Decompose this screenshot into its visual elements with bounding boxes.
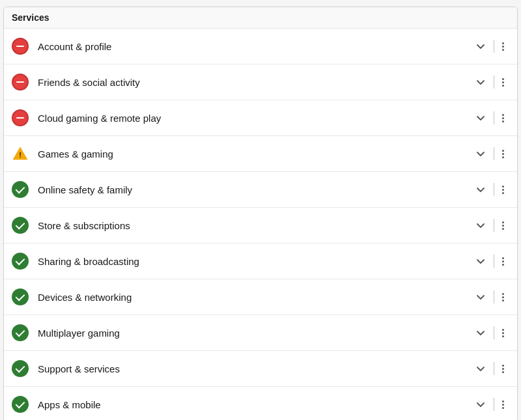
service-actions xyxy=(470,397,509,412)
chevron-down-icon xyxy=(475,184,486,195)
svg-text:!: ! xyxy=(19,151,21,159)
chevron-down-icon xyxy=(475,328,486,338)
service-item-account-profile[interactable]: Account & profile xyxy=(4,29,517,64)
chevron-down-icon xyxy=(475,292,486,302)
more-options-button[interactable] xyxy=(497,40,509,53)
more-options-button[interactable] xyxy=(497,255,509,268)
ok-icon xyxy=(12,396,29,413)
more-dots-icon xyxy=(502,221,504,230)
service-label: Online safety & family xyxy=(38,184,470,195)
more-options-button[interactable] xyxy=(497,147,509,161)
service-item-cloud-gaming[interactable]: Cloud gaming & remote play xyxy=(4,100,517,136)
expand-button[interactable] xyxy=(470,361,491,376)
service-item-online-safety[interactable]: Online safety & family xyxy=(4,172,517,208)
more-options-button[interactable] xyxy=(497,183,509,197)
divider xyxy=(494,326,494,339)
chevron-down-icon xyxy=(475,256,486,266)
more-dots-icon xyxy=(502,329,504,337)
divider xyxy=(494,398,494,411)
more-options-button[interactable] xyxy=(497,111,509,125)
service-label: Support & services xyxy=(38,363,470,374)
expand-button[interactable] xyxy=(470,74,491,90)
blocked-icon xyxy=(12,74,29,91)
expand-button[interactable] xyxy=(470,110,491,126)
more-options-button[interactable] xyxy=(497,398,509,412)
chevron-down-icon xyxy=(475,148,486,159)
service-actions xyxy=(470,146,509,161)
service-item-store-subscriptions[interactable]: Store & subscriptions xyxy=(4,208,517,244)
service-actions xyxy=(470,38,509,54)
more-options-button[interactable] xyxy=(497,76,509,89)
blocked-icon xyxy=(12,38,29,55)
service-label: Account & profile xyxy=(38,41,470,52)
service-actions xyxy=(470,74,509,90)
divider xyxy=(494,255,494,268)
more-options-button[interactable] xyxy=(497,219,509,232)
ok-icon xyxy=(12,360,29,377)
divider xyxy=(494,183,494,196)
blocked-icon xyxy=(12,109,29,126)
service-item-devices-networking[interactable]: Devices & networking xyxy=(4,279,517,315)
service-label: Cloud gaming & remote play xyxy=(38,113,470,124)
chevron-down-icon xyxy=(475,41,486,51)
divider xyxy=(494,362,494,375)
page-title: Services xyxy=(4,7,517,29)
service-label: Store & subscriptions xyxy=(38,220,470,231)
service-actions xyxy=(470,325,509,341)
ok-icon xyxy=(12,217,29,234)
service-item-sharing-broadcasting[interactable]: Sharing & broadcasting xyxy=(4,244,517,279)
service-actions xyxy=(470,361,509,376)
divider xyxy=(494,147,494,160)
chevron-down-icon xyxy=(475,363,486,374)
divider xyxy=(494,76,494,89)
chevron-down-icon xyxy=(475,220,486,231)
service-item-friends-social[interactable]: Friends & social activity xyxy=(4,64,517,100)
service-actions xyxy=(470,217,509,233)
service-item-support-services[interactable]: Support & services xyxy=(4,351,517,387)
expand-button[interactable] xyxy=(470,325,491,341)
more-options-button[interactable] xyxy=(497,362,509,376)
service-actions xyxy=(470,253,509,269)
more-options-button[interactable] xyxy=(497,326,509,340)
more-dots-icon xyxy=(502,42,504,51)
service-item-apps-mobile[interactable]: Apps & mobile xyxy=(4,387,517,420)
service-label: Apps & mobile xyxy=(38,399,470,410)
more-dots-icon xyxy=(502,293,504,301)
more-dots-icon xyxy=(502,78,504,87)
service-actions xyxy=(470,110,509,126)
warning-icon: ! xyxy=(12,145,29,162)
expand-button[interactable] xyxy=(470,397,491,412)
expand-button[interactable] xyxy=(470,182,491,197)
expand-button[interactable] xyxy=(470,289,491,305)
more-options-button[interactable] xyxy=(497,290,509,304)
more-dots-icon xyxy=(502,257,504,266)
expand-button[interactable] xyxy=(470,146,491,161)
divider xyxy=(494,290,494,303)
divider xyxy=(494,40,494,53)
service-label: Sharing & broadcasting xyxy=(38,256,470,267)
more-dots-icon xyxy=(502,150,504,158)
service-actions xyxy=(470,289,509,305)
service-label: Friends & social activity xyxy=(38,77,470,88)
service-label: Devices & networking xyxy=(38,292,470,303)
expand-button[interactable] xyxy=(470,38,491,54)
chevron-down-icon xyxy=(475,77,486,87)
chevron-down-icon xyxy=(475,399,486,410)
expand-button[interactable] xyxy=(470,253,491,269)
more-dots-icon xyxy=(502,365,504,373)
more-dots-icon xyxy=(502,400,504,409)
chevron-down-icon xyxy=(475,113,486,123)
more-dots-icon xyxy=(502,114,504,122)
service-list: Account & profile Friends & xyxy=(4,29,517,420)
service-item-multiplayer-gaming[interactable]: Multiplayer gaming xyxy=(4,315,517,351)
service-actions xyxy=(470,182,509,197)
service-item-games-gaming[interactable]: ! Games & gaming xyxy=(4,136,517,172)
expand-button[interactable] xyxy=(470,217,491,233)
services-container: Services Account & profile xyxy=(3,7,518,420)
ok-icon xyxy=(12,288,29,305)
divider xyxy=(494,219,494,232)
service-label: Multiplayer gaming xyxy=(38,328,470,339)
ok-icon xyxy=(12,324,29,341)
divider xyxy=(494,111,494,124)
ok-icon xyxy=(12,253,29,270)
